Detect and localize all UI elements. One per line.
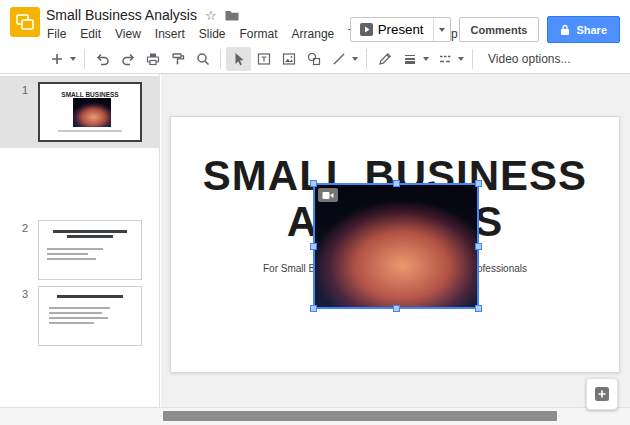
paint-format-button[interactable]	[165, 47, 190, 71]
menu-view[interactable]: View	[108, 25, 148, 43]
toolbar-separator	[84, 49, 85, 69]
folder-icon[interactable]	[225, 10, 239, 21]
share-label: Share	[576, 24, 607, 36]
redo-button[interactable]	[115, 47, 140, 71]
chevron-down-icon	[70, 57, 76, 61]
shape-icon	[306, 51, 322, 67]
shape-tool[interactable]	[301, 47, 326, 71]
text-box-icon	[256, 51, 272, 67]
resize-handle-ne[interactable]	[475, 180, 482, 187]
plus-icon	[49, 51, 65, 67]
resize-handle-w[interactable]	[310, 243, 317, 250]
chevron-down-icon	[439, 28, 445, 32]
thumb-text-line	[49, 322, 94, 324]
resize-handle-e[interactable]	[475, 243, 482, 250]
redo-icon	[120, 51, 136, 67]
new-slide-button[interactable]	[44, 47, 69, 71]
share-button[interactable]: Share	[547, 16, 620, 43]
chevron-down-icon[interactable]	[352, 57, 358, 61]
insert-image-button[interactable]	[276, 47, 301, 71]
slide-canvas-area[interactable]: SMALL BUSINESS ANALYSIS For Small Busine…	[161, 74, 630, 407]
thumb-text-line	[47, 248, 103, 250]
new-slide-dropdown[interactable]	[69, 47, 79, 71]
undo-button[interactable]	[90, 47, 115, 71]
resize-handle-nw[interactable]	[310, 180, 317, 187]
video-camera-icon	[318, 188, 338, 202]
select-tool[interactable]	[226, 47, 251, 71]
header-actions: Present Comments Share	[350, 16, 620, 43]
thumb-text-line	[49, 317, 108, 319]
line-weight-group	[397, 47, 432, 71]
thumb-subtitle-line	[58, 130, 122, 132]
magnifier-icon	[195, 51, 211, 67]
print-button[interactable]	[140, 47, 165, 71]
title-row: Small Business Analysis ☆	[46, 6, 239, 24]
slides-logo-icon	[16, 14, 34, 30]
selected-video-element[interactable]	[313, 183, 479, 309]
thumb-text-line	[49, 312, 102, 314]
present-button-group: Present	[350, 17, 451, 42]
present-dropdown-button[interactable]	[433, 18, 450, 41]
menu-insert[interactable]: Insert	[148, 25, 192, 43]
pencil-icon	[377, 51, 393, 67]
cursor-icon	[231, 51, 247, 67]
explore-button[interactable]	[586, 378, 618, 410]
menu-format[interactable]: Format	[233, 25, 285, 43]
line-dash-group	[432, 47, 467, 71]
chevron-down-icon[interactable]	[458, 57, 464, 61]
thumb-text-line	[67, 235, 114, 238]
document-title[interactable]: Small Business Analysis	[46, 7, 197, 23]
zoom-button[interactable]	[190, 47, 215, 71]
star-icon[interactable]: ☆	[205, 9, 217, 22]
line-dash-icon	[437, 51, 453, 67]
present-label: Present	[378, 22, 424, 37]
toolbar-separator	[366, 49, 367, 69]
resize-handle-s[interactable]	[393, 305, 400, 312]
toolbar: Video options...	[0, 45, 630, 74]
paint-roller-icon	[170, 51, 186, 67]
slide-thumbnail-2[interactable]	[38, 220, 142, 280]
line-tool-group	[326, 47, 361, 71]
line-weight-button[interactable]	[397, 47, 422, 71]
thumb-text-line	[57, 295, 122, 298]
horizontal-scrollbar-track[interactable]	[0, 407, 630, 425]
horizontal-scrollbar-thumb[interactable]	[163, 411, 557, 421]
comments-button[interactable]: Comments	[459, 17, 540, 42]
line-tool[interactable]	[326, 47, 351, 71]
menu-file[interactable]: File	[40, 25, 73, 43]
slide-filmstrip: 1 SMALL BUSINESS ANALYSIS 2 3	[0, 74, 160, 407]
resize-handle-se[interactable]	[475, 305, 482, 312]
new-slide-group	[44, 47, 79, 71]
slide-thumbnail-1[interactable]: SMALL BUSINESS ANALYSIS	[38, 82, 142, 142]
present-play-icon	[360, 23, 373, 36]
slide-number: 3	[12, 288, 28, 300]
slide-number: 2	[12, 222, 28, 234]
explore-icon	[593, 385, 611, 403]
line-dash-button[interactable]	[432, 47, 457, 71]
menu-arrange[interactable]: Arrange	[285, 25, 342, 43]
print-icon	[145, 51, 161, 67]
thumb-text-line	[53, 230, 126, 233]
slide-page[interactable]: SMALL BUSINESS ANALYSIS For Small Busine…	[170, 116, 620, 373]
present-button[interactable]: Present	[351, 18, 433, 41]
header: Small Business Analysis ☆ File Edit View…	[0, 0, 630, 45]
slides-logo[interactable]	[10, 7, 40, 37]
line-color-button[interactable]	[372, 47, 397, 71]
toolbar-separator	[472, 49, 473, 69]
image-icon	[281, 51, 297, 67]
lock-icon	[560, 24, 570, 36]
slide-thumbnail-3[interactable]	[38, 286, 142, 346]
thumb-text-line	[49, 307, 110, 309]
text-box-tool[interactable]	[251, 47, 276, 71]
chevron-down-icon[interactable]	[423, 57, 429, 61]
line-weight-icon	[402, 51, 418, 67]
toolbar-separator	[220, 49, 221, 69]
thumb-video	[73, 98, 111, 127]
video-options-button[interactable]: Video options...	[488, 52, 571, 66]
resize-handle-sw[interactable]	[310, 305, 317, 312]
menu-slide[interactable]: Slide	[192, 25, 233, 43]
comments-label: Comments	[471, 24, 528, 36]
menu-edit[interactable]: Edit	[73, 25, 108, 43]
line-icon	[331, 51, 347, 67]
resize-handle-n[interactable]	[393, 180, 400, 187]
